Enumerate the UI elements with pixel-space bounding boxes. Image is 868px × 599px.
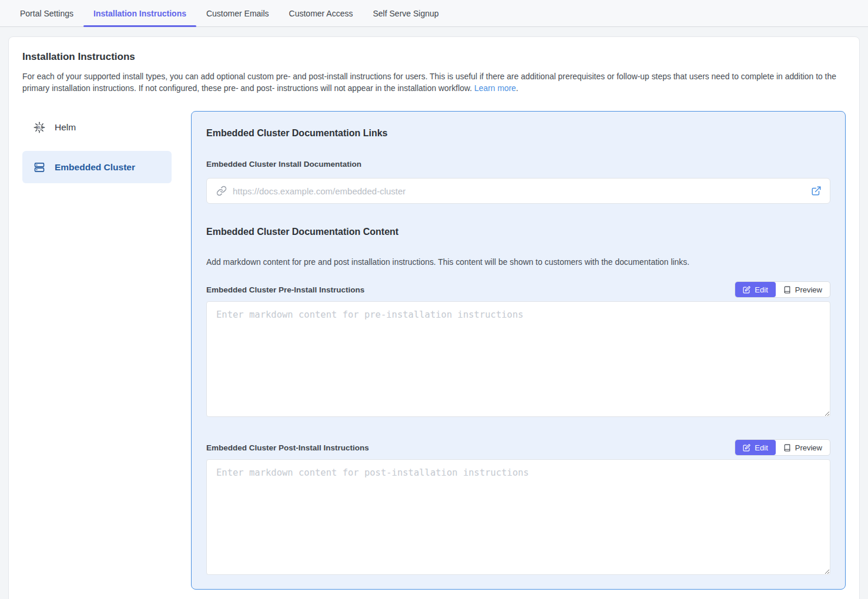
pre-install-header-row: Embedded Cluster Pre-Install Instruction… [206,281,830,298]
documentation-content-description: Add markdown content for pre and post in… [206,257,830,267]
edit-icon [743,286,750,294]
tab-customer-access[interactable]: Customer Access [279,0,363,26]
post-install-mode-toggle: Edit Preview [735,439,830,456]
pre-install-textarea[interactable] [206,301,830,417]
tab-self-serve-signup[interactable]: Self Serve Signup [363,0,449,26]
external-link-icon[interactable] [811,186,822,196]
install-doc-url-input[interactable] [233,186,811,196]
tab-customer-emails[interactable]: Customer Emails [196,0,279,26]
pre-install-mode-toggle: Edit Preview [735,281,830,298]
tab-installation-instructions[interactable]: Installation Instructions [83,0,196,26]
sidebar-item-label: Embedded Cluster [55,162,135,173]
sidebar-item-embedded-cluster[interactable]: Embedded Cluster [22,151,172,183]
sidebar-item-label: Helm [55,122,76,133]
pre-install-label: Embedded Cluster Pre-Install Instruction… [206,285,364,294]
edit-button-label: Edit [755,443,768,452]
link-icon [216,186,227,196]
post-install-edit-button[interactable]: Edit [735,440,775,455]
page-description: For each of your supported install types… [22,70,846,94]
post-install-preview-button[interactable]: Preview [776,440,830,455]
post-install-textarea[interactable] [206,459,830,575]
helm-icon: HELM [33,122,45,133]
post-install-label: Embedded Cluster Post-Install Instructio… [206,443,369,452]
preview-button-label: Preview [795,285,822,294]
tab-portal-settings[interactable]: Portal Settings [10,0,83,26]
edit-icon [743,444,750,452]
learn-more-link[interactable]: Learn more [474,83,516,93]
pre-install-preview-button[interactable]: Preview [776,282,830,297]
pre-install-edit-button[interactable]: Edit [735,282,775,297]
book-icon [783,286,791,294]
install-doc-label: Embedded Cluster Install Documentation [206,160,830,169]
edit-button-label: Edit [755,285,768,294]
install-doc-input-wrap [206,178,830,204]
embedded-cluster-panel: Embedded Cluster Documentation Links Emb… [191,111,846,590]
server-icon [33,161,45,173]
content-columns: HELM Helm Embedded Cluster Embedde [22,111,846,590]
content-card: Installation Instructions For each of yo… [8,36,860,599]
install-type-sidebar: HELM Helm Embedded Cluster [22,111,172,590]
post-install-header-row: Embedded Cluster Post-Install Instructio… [206,439,830,456]
documentation-links-title: Embedded Cluster Documentation Links [206,128,830,139]
documentation-content-title: Embedded Cluster Documentation Content [206,227,830,237]
tab-bar: Portal Settings Installation Instruction… [0,0,868,27]
sidebar-item-helm[interactable]: HELM Helm [22,111,172,143]
svg-text:HELM: HELM [35,126,43,129]
page-title: Installation Instructions [22,51,846,63]
book-icon [783,444,791,452]
page-description-text: For each of your supported install types… [22,72,836,93]
preview-button-label: Preview [795,443,822,452]
page-description-period: . [516,83,518,93]
